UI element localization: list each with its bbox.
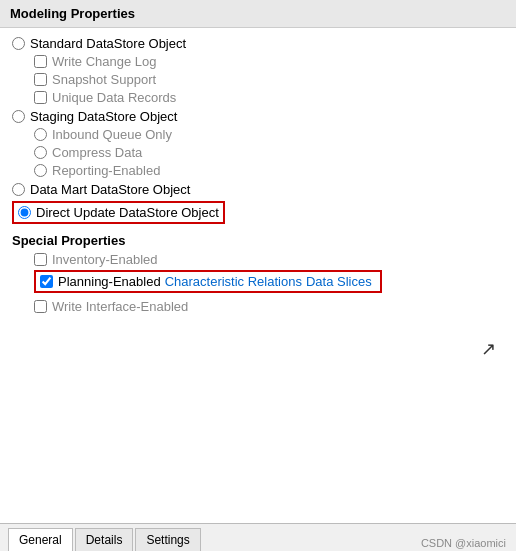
- panel-content: Standard DataStore Object Write Change L…: [0, 28, 516, 326]
- unique-data-records-label: Unique Data Records: [52, 90, 176, 105]
- standard-radio-row[interactable]: Standard DataStore Object: [12, 36, 504, 51]
- write-interface-label: Write Interface-Enabled: [52, 299, 188, 314]
- inventory-enabled-checkbox[interactable]: [34, 253, 47, 266]
- planning-enabled-highlighted[interactable]: Planning-Enabled Characteristic Relation…: [34, 270, 382, 293]
- snapshot-support-checkbox[interactable]: [34, 73, 47, 86]
- compress-data-row[interactable]: Compress Data: [12, 145, 504, 160]
- data-mart-radio-row[interactable]: Data Mart DataStore Object: [12, 182, 504, 197]
- data-mart-label: Data Mart DataStore Object: [30, 182, 190, 197]
- direct-update-highlighted[interactable]: Direct Update DataStore Object: [12, 201, 225, 224]
- staging-label: Staging DataStore Object: [30, 109, 177, 124]
- direct-update-wrapper: Direct Update DataStore Object: [12, 201, 504, 227]
- data-mart-radio[interactable]: [12, 183, 25, 196]
- write-change-log-row[interactable]: Write Change Log: [12, 54, 504, 69]
- write-interface-row[interactable]: Write Interface-Enabled: [12, 299, 504, 314]
- write-change-log-label: Write Change Log: [52, 54, 157, 69]
- inbound-queue-row[interactable]: Inbound Queue Only: [12, 127, 504, 142]
- planning-enabled-wrapper: Planning-Enabled Characteristic Relation…: [12, 270, 504, 296]
- direct-update-label: Direct Update DataStore Object: [36, 205, 219, 220]
- inbound-queue-label: Inbound Queue Only: [52, 127, 172, 142]
- panel-title: Modeling Properties: [10, 6, 135, 21]
- compress-data-label: Compress Data: [52, 145, 142, 160]
- inbound-queue-radio[interactable]: [34, 128, 47, 141]
- compress-data-radio[interactable]: [34, 146, 47, 159]
- standard-group: Standard DataStore Object Write Change L…: [12, 36, 504, 105]
- main-panel: Modeling Properties Standard DataStore O…: [0, 0, 516, 551]
- staging-group: Staging DataStore Object Inbound Queue O…: [12, 109, 504, 178]
- data-slices-link[interactable]: Data Slices: [306, 274, 372, 289]
- cursor-icon: ↗: [481, 338, 496, 360]
- watermark: CSDN @xiaomici: [421, 537, 506, 549]
- staging-radio[interactable]: [12, 110, 25, 123]
- tab-details[interactable]: Details: [75, 528, 134, 551]
- snapshot-support-label: Snapshot Support: [52, 72, 156, 87]
- direct-update-group: Direct Update DataStore Object: [12, 201, 504, 227]
- direct-update-radio[interactable]: [18, 206, 31, 219]
- planning-enabled-label: Planning-Enabled: [58, 274, 161, 289]
- write-interface-checkbox[interactable]: [34, 300, 47, 313]
- unique-data-records-checkbox[interactable]: [34, 91, 47, 104]
- reporting-enabled-label: Reporting-Enabled: [52, 163, 160, 178]
- special-group: Special Properties Inventory-Enabled Pla…: [12, 233, 504, 314]
- reporting-enabled-row[interactable]: Reporting-Enabled: [12, 163, 504, 178]
- tab-general[interactable]: General: [8, 528, 73, 551]
- snapshot-support-row[interactable]: Snapshot Support: [12, 72, 504, 87]
- unique-data-records-row[interactable]: Unique Data Records: [12, 90, 504, 105]
- inventory-enabled-label: Inventory-Enabled: [52, 252, 158, 267]
- standard-label: Standard DataStore Object: [30, 36, 186, 51]
- planning-enabled-checkbox[interactable]: [40, 275, 53, 288]
- panel-header: Modeling Properties: [0, 0, 516, 28]
- reporting-enabled-radio[interactable]: [34, 164, 47, 177]
- standard-radio[interactable]: [12, 37, 25, 50]
- tab-settings[interactable]: Settings: [135, 528, 200, 551]
- write-change-log-checkbox[interactable]: [34, 55, 47, 68]
- data-mart-group: Data Mart DataStore Object: [12, 182, 504, 197]
- staging-radio-row[interactable]: Staging DataStore Object: [12, 109, 504, 124]
- characteristic-relations-link[interactable]: Characteristic Relations: [165, 274, 302, 289]
- special-title: Special Properties: [12, 233, 504, 248]
- inventory-enabled-row[interactable]: Inventory-Enabled: [12, 252, 504, 267]
- tab-bar: General Details Settings CSDN @xiaomici: [0, 523, 516, 551]
